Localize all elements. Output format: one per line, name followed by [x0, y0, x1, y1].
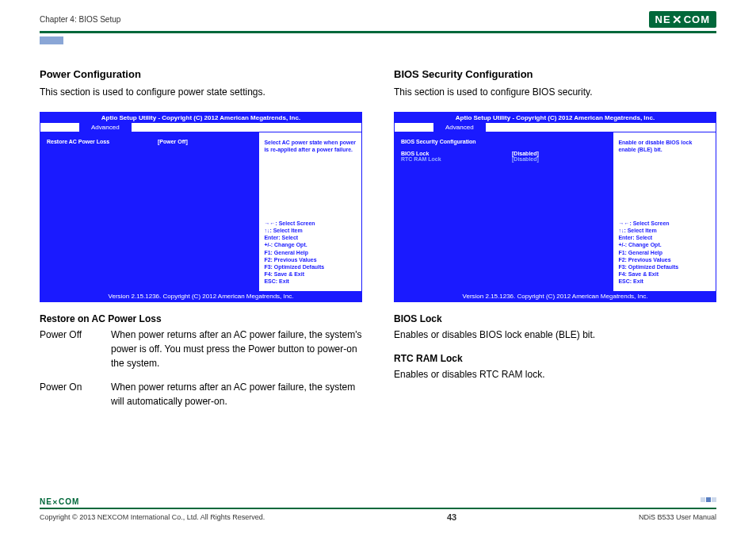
bios-tab-row: Advanced	[40, 123, 361, 132]
power-off-term: Power Off	[40, 328, 111, 370]
bios-titlebar: Aptio Setup Utility - Copyright (C) 2012…	[395, 113, 716, 123]
main-content: Power Configuration This section is used…	[40, 68, 716, 418]
sec1-desc: Enables or disables BIOS lock enable (BL…	[394, 328, 716, 342]
right-subtitle: This section is used to configure BIOS s…	[394, 85, 716, 99]
bios-footer: Version 2.15.1236. Copyright (C) 2012 Am…	[395, 291, 716, 301]
bios-key-hints: →←: Select Screen ↑↓: Select Item Enter:…	[264, 220, 357, 285]
brand-logo: NE✕COM	[649, 11, 716, 28]
bios-help-text: Select AC power state when power is re-a…	[264, 139, 357, 153]
bios-option-label: RTC RAM Lock	[401, 156, 512, 162]
left-subtitle: This section is used to configure power …	[40, 85, 362, 99]
bios-option-bios-lock: BIOS Lock [Disabled]	[401, 151, 606, 156]
bios-option-label: BIOS Lock	[401, 151, 512, 156]
power-off-row: Power Off When power returns after an AC…	[40, 328, 362, 370]
power-on-desc: When power returns after an AC power fai…	[111, 380, 362, 408]
sec2-title: RTC RAM Lock	[394, 353, 716, 364]
left-column: Power Configuration This section is used…	[40, 68, 362, 418]
bios-tab-advanced: Advanced	[434, 123, 485, 132]
footer-copyright: Copyright © 2013 NEXCOM International Co…	[40, 513, 265, 521]
bios-option-value: [Power Off]	[158, 139, 252, 144]
bios-option-rtc-lock: RTC RAM Lock [Disabled]	[401, 156, 606, 162]
bios-option-restore-ac: Restore AC Power Loss [Power Off]	[47, 139, 252, 144]
bios-section-heading: BIOS Security Configuration	[401, 139, 606, 144]
right-column: BIOS Security Configuration This section…	[394, 68, 716, 418]
power-off-desc: When power returns after an AC power fai…	[111, 328, 362, 370]
bios-left-panel: Restore AC Power Loss [Power Off]	[40, 132, 258, 291]
bios-body: BIOS Security Configuration BIOS Lock [D…	[395, 132, 716, 291]
bios-panel-security: Aptio Setup Utility - Copyright (C) 2012…	[394, 112, 716, 302]
bios-tab-advanced: Advanced	[80, 123, 131, 132]
bios-tab-row: Advanced	[395, 123, 716, 132]
page-number: 43	[447, 512, 456, 522]
sec2-desc: Enables or disables RTC RAM lock.	[394, 367, 716, 382]
bios-left-panel: BIOS Security Configuration BIOS Lock [D…	[395, 132, 613, 291]
bios-option-value: [Disabled]	[512, 156, 606, 162]
left-title: Power Configuration	[40, 68, 362, 80]
bios-key-hints: →←: Select Screen ↑↓: Select Item Enter:…	[618, 220, 711, 285]
footer-doc-title: NDiS B533 User Manual	[639, 513, 716, 521]
bios-right-panel: Enable or disable BIOS lock enable (BLE)…	[613, 132, 716, 291]
power-on-row: Power On When power returns after an AC …	[40, 380, 362, 408]
page-footer: NE✕COM Copyright © 2013 NEXCOM Internati…	[40, 497, 716, 522]
footer-decoration	[701, 497, 716, 502]
bios-option-label: Restore AC Power Loss	[47, 139, 158, 144]
bios-help-text: Enable or disable BIOS lock enable (BLE)…	[618, 139, 711, 153]
header-rule	[40, 31, 716, 33]
footer-rule	[40, 508, 716, 509]
footer-logo: NE✕COM	[40, 497, 716, 506]
bios-option-value: [Disabled]	[512, 151, 606, 156]
footer-row: Copyright © 2013 NEXCOM International Co…	[40, 512, 716, 522]
bios-panel-power: Aptio Setup Utility - Copyright (C) 2012…	[40, 112, 362, 302]
page-header: Chapter 4: BIOS Setup NE✕COM	[40, 11, 716, 28]
sec1-title: BIOS Lock	[394, 313, 716, 324]
right-title: BIOS Security Configuration	[394, 68, 716, 80]
bios-body: Restore AC Power Loss [Power Off] Select…	[40, 132, 361, 291]
chapter-label: Chapter 4: BIOS Setup	[40, 15, 120, 24]
page-tab-stub	[40, 36, 63, 44]
bios-titlebar: Aptio Setup Utility - Copyright (C) 2012…	[40, 113, 361, 123]
power-on-term: Power On	[40, 380, 111, 408]
bios-footer: Version 2.15.1236. Copyright (C) 2012 Am…	[40, 291, 361, 301]
bios-right-panel: Select AC power state when power is re-a…	[258, 132, 361, 291]
left-sec-title: Restore on AC Power Loss	[40, 313, 362, 324]
